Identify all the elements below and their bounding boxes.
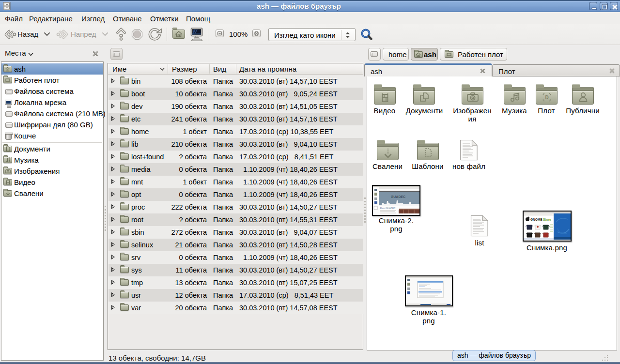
svg-text:About GUADEC: About GUADEC bbox=[380, 207, 396, 210]
svg-text:D: D bbox=[545, 95, 548, 100]
svg-text:GNOME: GNOME bbox=[530, 218, 542, 221]
svg-text:GUADEC: GUADEC bbox=[391, 195, 405, 198]
svg-text:Store: Store bbox=[543, 218, 551, 221]
